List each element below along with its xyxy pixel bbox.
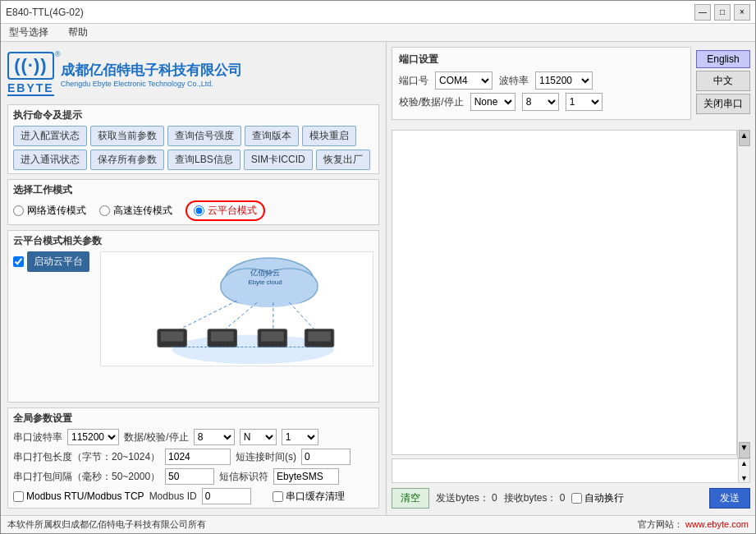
stop-select[interactable]: 1 [282, 429, 318, 445]
interval-input[interactable] [165, 468, 214, 485]
cmd-save-params[interactable]: 保存所有参数 [90, 150, 164, 170]
baud-label-right: 波特率 [499, 74, 529, 88]
cloud-start-checkbox-label[interactable]: 启动云平台 [13, 251, 95, 272]
title-controls: — □ × [694, 4, 750, 21]
send-input[interactable] [392, 459, 738, 482]
company-info: 成都亿佰特电子科技有限公司 Chengdu Ebyte Electronic T… [61, 61, 242, 88]
packet-len-label: 串口打包长度（字节：20~1024） [13, 450, 160, 464]
svg-line-9 [290, 302, 318, 333]
window-title: E840-TTL(4G-02) [6, 7, 84, 18]
parity-select[interactable]: N [240, 429, 277, 445]
cmd-module-restart[interactable]: 模块重启 [302, 126, 356, 146]
radio-highspeed[interactable] [99, 205, 110, 216]
global-params-title: 全局参数设置 [13, 412, 373, 426]
english-button[interactable]: English [696, 50, 750, 68]
cmd-query-lbs[interactable]: 查询LBS信息 [167, 150, 241, 170]
company-cn: 成都亿佰特电子科技有限公司 [61, 61, 242, 80]
svg-rect-16 [261, 332, 284, 342]
radio-network[interactable] [13, 205, 24, 216]
scroll-down[interactable]: ▼ [739, 442, 750, 458]
ebyte-logo-icon: ((·)) [7, 52, 53, 80]
short-conn-input[interactable] [301, 449, 351, 465]
param-row-interval: 串口打包间隔（毫秒：50~2000） 短信标识符 [13, 468, 373, 485]
port-select[interactable]: COM4 [435, 71, 493, 90]
monitor-wrapper: ▲ ▼ [392, 130, 750, 458]
svg-rect-14 [211, 332, 234, 342]
data-select-right[interactable]: 8 [522, 93, 559, 111]
minimize-button[interactable]: — [694, 4, 711, 21]
buffer-clear-checkbox-label[interactable]: 串口缓存清理 [273, 490, 345, 504]
mode-title: 选择工作模式 [13, 183, 373, 197]
param-row-modbus: Modbus RTU/Modbus TCP Modbus ID 串口缓存清理 [13, 488, 373, 504]
param-row-baud: 串口波特率 115200 数据/校验/停止 8 N 1 [13, 429, 373, 445]
data-label: 数据/校验/停止 [124, 430, 189, 444]
port-row-1: 端口号 COM4 波特率 115200 [399, 71, 684, 90]
mode-network[interactable]: 网络透传模式 [13, 204, 86, 218]
commands-title: 执行命令及提示 [13, 108, 373, 122]
main-content: ((·)) ® EBYTE 成都亿佰特电子科技有限公司 Chengdu Ebyt… [1, 42, 755, 515]
command-row-2: 进入通讯状态 保存所有参数 查询LBS信息 SIM卡ICCID 恢复出厂 [13, 150, 373, 170]
cloud-platform-section: 云平台模式相关参数 启动云平台 [7, 230, 379, 403]
logo-area: ((·)) ® EBYTE 成都亿佰特电子科技有限公司 Chengdu Ebyt… [7, 48, 379, 99]
cloud-start-button[interactable]: 启动云平台 [27, 251, 89, 272]
cmd-enter-config[interactable]: 进入配置状态 [13, 126, 87, 146]
commands-section: 执行命令及提示 进入配置状态 获取当前参数 查询信号强度 查询版本 模块重启 进… [7, 104, 379, 174]
menu-model-select[interactable]: 型号选择 [6, 25, 52, 40]
cmd-factory-reset[interactable]: 恢复出厂 [316, 150, 370, 170]
input-scroll-down[interactable]: ▼ [740, 474, 748, 482]
port-and-lang: 端口设置 端口号 COM4 波特率 115200 校验/数据/停止 [392, 47, 750, 125]
auto-wrap-checkbox-label[interactable]: 自动换行 [571, 491, 624, 505]
copyright: 本软件所属权归成都亿佰特电子科技有限公司所有 [7, 518, 206, 531]
maximize-button[interactable]: □ [714, 4, 731, 21]
port-row-2: 校验/数据/停止 None 8 1 [399, 93, 684, 111]
menu-help[interactable]: 帮助 [65, 25, 91, 40]
mode-cloud[interactable]: 云平台模式 [186, 200, 265, 221]
mode-row: 网络透传模式 高速连传模式 云平台模式 [13, 200, 373, 221]
cmd-enter-comm[interactable]: 进入通讯状态 [13, 150, 87, 170]
global-params-section: 全局参数设置 串口波特率 115200 数据/校验/停止 8 N 1 [7, 407, 379, 509]
auto-wrap-checkbox[interactable] [571, 493, 582, 504]
lang-buttons: English 中文 关闭串口 [696, 47, 750, 125]
svg-text:亿佰特云: 亿佰特云 [250, 269, 280, 277]
command-row-1: 进入配置状态 获取当前参数 查询信号强度 查询版本 模块重启 [13, 126, 373, 146]
close-button[interactable]: × [734, 4, 750, 21]
title-bar: E840-TTL(4G-02) — □ × [1, 1, 755, 24]
website-link[interactable]: www.ebyte.com [685, 519, 749, 529]
verify-select[interactable]: None [470, 93, 515, 111]
radio-cloud[interactable] [194, 205, 204, 216]
baud-select-right[interactable]: 115200 [535, 71, 593, 90]
monitor-area[interactable] [392, 130, 737, 455]
param-row-packet: 串口打包长度（字节：20~1024） 短连接时间(s) [13, 449, 373, 465]
modbus-id-input[interactable] [202, 488, 251, 504]
clear-button[interactable]: 清空 [392, 488, 429, 509]
cloud-inner: 启动云平台 亿佰特云 Ebyte cloud [13, 251, 373, 366]
cloud-diagram: 亿佰特云 Ebyte cloud [100, 251, 373, 366]
port-settings: 端口设置 端口号 COM4 波特率 115200 校验/数据/停止 [392, 47, 691, 120]
input-scroll-up[interactable]: ▲ [740, 459, 748, 467]
sms-tag-input[interactable] [273, 468, 339, 485]
scroll-up[interactable]: ▲ [739, 130, 750, 146]
company-en: Chengdu Ebyte Electronic Technology Co.,… [61, 80, 242, 88]
chinese-button[interactable]: 中文 [696, 71, 750, 91]
mode-highspeed[interactable]: 高速连传模式 [99, 204, 172, 218]
modbus-id-label: Modbus ID [149, 490, 197, 502]
packet-len-input[interactable] [165, 449, 231, 465]
send-button[interactable]: 发送 [709, 488, 750, 509]
buffer-clear-checkbox[interactable] [273, 491, 283, 502]
stop-select-right[interactable]: 1 [566, 93, 603, 111]
baud-select[interactable]: 115200 [67, 429, 119, 445]
cmd-query-signal[interactable]: 查询信号强度 [167, 126, 241, 146]
cmd-sim-iccid[interactable]: SIM卡ICCID [244, 150, 313, 170]
close-port-button[interactable]: 关闭串口 [696, 94, 750, 114]
cloud-diagram-svg: 亿佰特云 Ebyte cloud [101, 252, 373, 366]
cmd-query-version[interactable]: 查询版本 [245, 126, 299, 146]
website: 官方网站： www.ebyte.com [638, 518, 749, 531]
interval-label: 串口打包间隔（毫秒：50~2000） [13, 470, 160, 484]
modbus-rtu-checkbox-label[interactable]: Modbus RTU/Modbus TCP [13, 490, 144, 502]
data-select[interactable]: 8 [194, 429, 235, 445]
cloud-start-checkbox[interactable] [13, 256, 24, 267]
monitor-input-area[interactable]: ▲ ▼ [392, 458, 750, 483]
scrollbar[interactable]: ▲ ▼ [737, 130, 750, 458]
cmd-get-params[interactable]: 获取当前参数 [90, 126, 164, 146]
modbus-rtu-checkbox[interactable] [13, 491, 24, 502]
